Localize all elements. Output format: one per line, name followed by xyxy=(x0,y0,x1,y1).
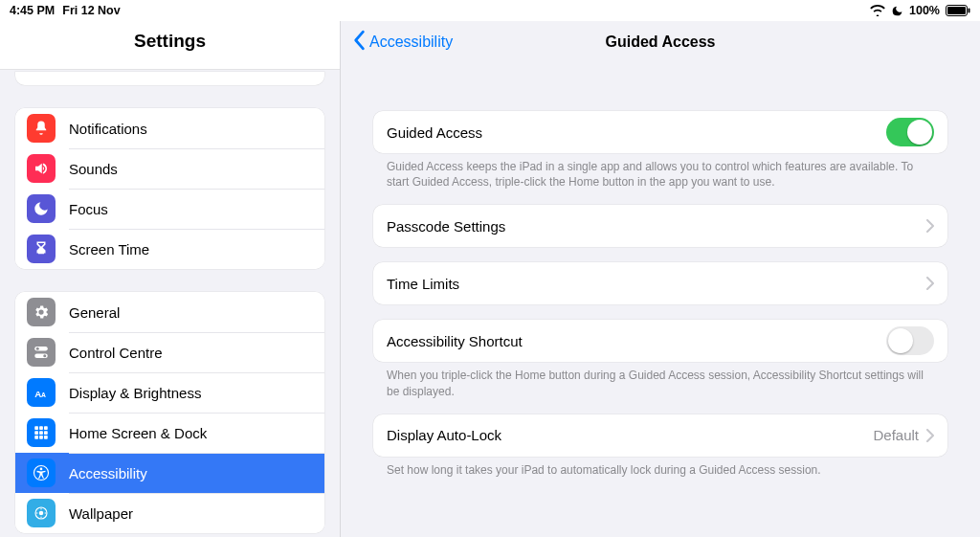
prev-group-tail xyxy=(15,72,324,85)
sidebar-item-label: Display & Brightness xyxy=(69,385,201,401)
svg-rect-16 xyxy=(39,436,43,439)
display-autolock-desc: Set how long it takes your iPad to autom… xyxy=(373,457,947,478)
sidebar-item-label: Control Centre xyxy=(69,345,163,361)
sidebar-item-accessibility[interactable]: Accessibility xyxy=(15,453,324,493)
guided-access-desc: Guided Access keeps the iPad in a single… xyxy=(373,153,947,190)
display-autolock-group: Display Auto-Lock Default Set how long i… xyxy=(373,414,947,478)
do-not-disturb-icon xyxy=(891,5,903,17)
passcode-group: Passcode Settings xyxy=(373,205,947,247)
sidebar-item-label: Accessibility xyxy=(69,465,147,481)
sidebar-group-2: General Control Centre AA Display & Brig… xyxy=(15,292,324,533)
detail-header: Accessibility Guided Access xyxy=(341,21,980,63)
sidebar-item-focus[interactable]: Focus xyxy=(15,189,324,229)
svg-rect-9 xyxy=(34,426,38,430)
sidebar-item-wallpaper[interactable]: Wallpaper xyxy=(15,493,324,533)
status-bar: 4:45 PM Fri 12 Nov 100% xyxy=(0,0,980,21)
chevron-left-icon xyxy=(350,30,368,55)
back-button[interactable]: Accessibility xyxy=(341,30,453,55)
sidebar-item-notifications[interactable]: Notifications xyxy=(15,108,324,148)
svg-rect-2 xyxy=(969,9,970,13)
svg-rect-12 xyxy=(34,431,38,435)
sidebar-title: Settings xyxy=(0,21,340,70)
sidebar-item-home-screen[interactable]: Home Screen & Dock xyxy=(15,413,324,453)
battery-icon xyxy=(946,5,970,16)
sidebar-item-label: Wallpaper xyxy=(69,505,133,522)
detail-pane: Accessibility Guided Access Guided Acces… xyxy=(341,21,980,537)
accessibility-shortcut-toggle[interactable] xyxy=(886,326,934,355)
sidebar-item-label: Notifications xyxy=(69,121,147,137)
settings-sidebar: Settings Notifications Sounds xyxy=(0,21,341,537)
sidebar-item-label: Sounds xyxy=(69,161,118,177)
svg-point-21 xyxy=(39,511,44,516)
sidebar-item-label: General xyxy=(69,304,120,321)
accessibility-shortcut-group: Accessibility Shortcut When you triple-c… xyxy=(373,320,947,398)
time-limits-label: Time Limits xyxy=(387,276,926,292)
hourglass-icon xyxy=(27,235,56,263)
svg-rect-11 xyxy=(44,426,48,430)
text-size-icon: AA xyxy=(27,378,56,407)
display-autolock-value: Default xyxy=(873,427,919,443)
speaker-icon xyxy=(27,154,56,183)
wallpaper-icon xyxy=(27,499,56,527)
svg-point-19 xyxy=(40,468,43,471)
display-autolock-label: Display Auto-Lock xyxy=(387,427,873,443)
sidebar-item-screen-time[interactable]: Screen Time xyxy=(15,229,324,269)
accessibility-icon xyxy=(27,459,56,487)
time-limits-row[interactable]: Time Limits xyxy=(373,262,947,304)
chevron-right-icon xyxy=(926,429,934,442)
gear-icon xyxy=(27,298,56,326)
status-time: 4:45 PM xyxy=(10,4,55,17)
moon-icon xyxy=(27,194,56,223)
chevron-right-icon xyxy=(926,219,934,233)
chevron-right-icon xyxy=(926,277,934,290)
sidebar-item-sounds[interactable]: Sounds xyxy=(15,148,324,189)
back-label: Accessibility xyxy=(369,34,453,51)
svg-rect-10 xyxy=(39,426,43,430)
passcode-settings-row[interactable]: Passcode Settings xyxy=(373,205,947,247)
svg-point-5 xyxy=(36,347,39,350)
guided-access-row: Guided Access xyxy=(373,111,947,153)
grid-icon xyxy=(27,418,56,447)
sidebar-item-label: Screen Time xyxy=(69,241,149,257)
status-date: Fri 12 Nov xyxy=(62,4,120,17)
sidebar-item-control-centre[interactable]: Control Centre xyxy=(15,332,324,372)
time-limits-group: Time Limits xyxy=(373,262,947,304)
accessibility-shortcut-desc: When you triple-click the Home button du… xyxy=(373,362,947,398)
svg-text:A: A xyxy=(41,392,46,398)
battery-percent: 100% xyxy=(909,4,940,17)
sidebar-item-label: Home Screen & Dock xyxy=(69,425,207,441)
svg-point-6 xyxy=(43,354,46,357)
accessibility-shortcut-row: Accessibility Shortcut xyxy=(373,320,947,362)
wifi-icon xyxy=(870,5,885,16)
sidebar-item-label: Focus xyxy=(69,201,108,217)
sidebar-item-display-brightness[interactable]: AA Display & Brightness xyxy=(15,372,324,413)
svg-rect-13 xyxy=(39,431,43,435)
guided-access-toggle[interactable] xyxy=(886,118,934,146)
svg-rect-14 xyxy=(44,431,48,435)
guided-access-label: Guided Access xyxy=(387,124,886,141)
svg-rect-1 xyxy=(947,7,966,14)
sidebar-group-1: Notifications Sounds Focus xyxy=(15,108,324,269)
svg-rect-15 xyxy=(34,436,38,439)
display-autolock-row[interactable]: Display Auto-Lock Default xyxy=(373,414,947,457)
toggles-icon xyxy=(27,338,56,367)
accessibility-shortcut-label: Accessibility Shortcut xyxy=(387,333,886,349)
guided-access-group: Guided Access Guided Access keeps the iP… xyxy=(373,111,947,190)
bell-icon xyxy=(27,114,56,143)
svg-text:A: A xyxy=(34,389,41,399)
passcode-label: Passcode Settings xyxy=(387,218,926,235)
svg-rect-17 xyxy=(44,436,48,439)
sidebar-item-general[interactable]: General xyxy=(15,292,324,332)
